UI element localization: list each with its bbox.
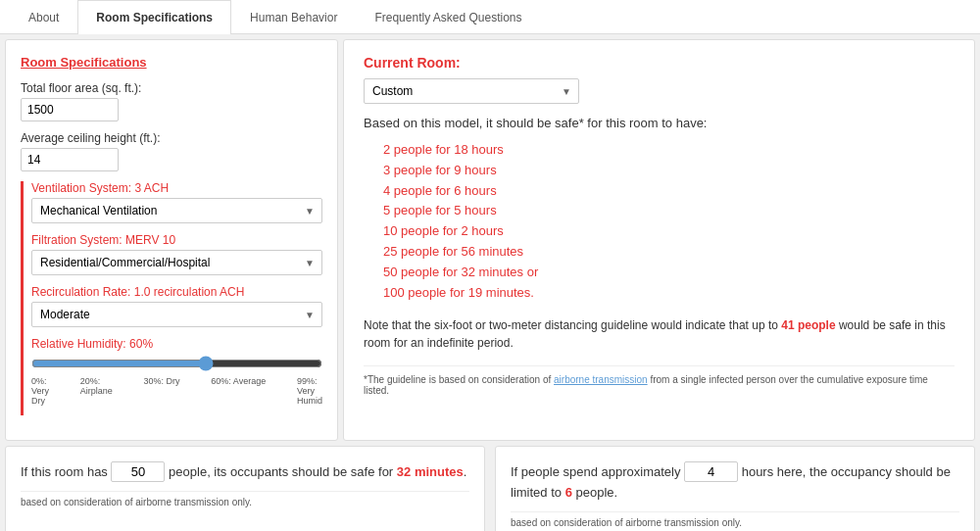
- safe-duration-result: 32 minutes: [397, 464, 464, 479]
- ceiling-height-input[interactable]: [21, 148, 119, 171]
- filtration-select[interactable]: Residential/Commercial/Hospital: [31, 250, 322, 275]
- footnote-link[interactable]: airborne transmission: [554, 374, 648, 385]
- safe-item-1: 3 people for 9 hours: [383, 161, 955, 181]
- floor-area-label: Total floor area (sq. ft.):: [21, 81, 322, 95]
- hours-input[interactable]: [684, 461, 738, 482]
- tab-faq[interactable]: Frequently Asked Questions: [356, 0, 540, 34]
- ventilation-label: Ventilation System: 3 ACH: [31, 181, 322, 195]
- ceiling-height-row: Average ceiling height (ft.):: [21, 131, 322, 171]
- ventilation-select[interactable]: Mechanical Ventilation: [31, 198, 322, 223]
- bottom-right-before: If people spend approximately: [511, 464, 684, 479]
- slider-label-99: 99%:VeryHumid: [297, 376, 322, 406]
- humidity-slider[interactable]: [31, 356, 322, 371]
- bottom-left-end: .: [464, 464, 467, 479]
- bottom-left-middle: people, its occupants should be safe for: [165, 464, 396, 479]
- room-select[interactable]: Custom: [364, 78, 579, 104]
- bottom-area: If this room has people, its occupants s…: [0, 446, 980, 531]
- bottom-right-footnote: based on consideration of airborne trans…: [511, 511, 959, 528]
- floor-area-input[interactable]: [21, 98, 119, 121]
- bottom-right-panel: If people spend approximately hours here…: [495, 446, 975, 531]
- max-occupancy-result: 6: [565, 485, 572, 500]
- ventilation-fields: Ventilation System: 3 ACH Mechanical Ven…: [31, 181, 322, 415]
- safe-item-6: 50 people for 32 minutes or: [383, 263, 955, 283]
- recirculation-label: Recirculation Rate: 1.0 recirculation AC…: [31, 285, 322, 299]
- tab-about[interactable]: About: [10, 0, 77, 34]
- current-room-label: Current Room:: [364, 55, 955, 71]
- slider-label-0: 0%:VeryDry: [31, 376, 49, 406]
- nav-tabs: About Room Specifications Human Behavior…: [0, 0, 980, 34]
- safe-item-0: 2 people for 18 hours: [383, 140, 955, 161]
- bottom-right-text: If people spend approximately hours here…: [511, 461, 959, 504]
- humidity-row: Relative Humidity: 60% 0%:VeryDry 20%:Ai…: [31, 337, 322, 406]
- recirculation-select[interactable]: Moderate: [31, 302, 322, 327]
- panel-title: Room Specifications: [21, 55, 322, 70]
- room-select-wrapper: Custom ▼: [364, 78, 579, 104]
- safe-list: 2 people for 18 hours 3 people for 9 hou…: [364, 140, 955, 303]
- bottom-right-end: people.: [572, 485, 617, 500]
- bottom-left-text: If this room has people, its occupants s…: [21, 461, 469, 483]
- note-text: Note that the six-foot or two-meter dist…: [364, 316, 955, 352]
- slider-label-30: 30%: Dry: [144, 376, 180, 406]
- filtration-row: Filtration System: MERV 10 Residential/C…: [31, 233, 322, 275]
- slider-labels: 0%:VeryDry 20%:Airplane 30%: Dry 60%: Av…: [31, 376, 322, 406]
- bottom-left-footnote: based on consideration of airborne trans…: [21, 491, 469, 507]
- bottom-left-panel: If this room has people, its occupants s…: [5, 446, 485, 531]
- ventilation-section: Ventilation System: 3 ACH Mechanical Ven…: [21, 181, 322, 415]
- filtration-label: Filtration System: MERV 10: [31, 233, 322, 247]
- occupancy-input[interactable]: [111, 461, 165, 482]
- red-bar-ventilation: [21, 181, 24, 415]
- recirculation-row: Recirculation Rate: 1.0 recirculation AC…: [31, 285, 322, 327]
- safe-intro-text: Based on this model, it should be safe* …: [364, 116, 955, 130]
- ceiling-height-label: Average ceiling height (ft.):: [21, 131, 322, 145]
- slider-label-20: 20%:Airplane: [80, 376, 113, 406]
- note-highlight: 41 people: [781, 318, 835, 332]
- safe-item-2: 4 people for 6 hours: [383, 181, 955, 202]
- main-container: About Room Specifications Human Behavior…: [0, 0, 980, 531]
- safe-item-7: 100 people for 19 minutes.: [383, 283, 955, 304]
- slider-label-60: 60%: Average: [211, 376, 266, 406]
- ventilation-select-wrapper: Mechanical Ventilation ▼: [31, 198, 322, 223]
- content-area: Room Specifications Total floor area (sq…: [0, 34, 980, 446]
- footnote-text: *The guideline is based on consideration…: [364, 374, 554, 385]
- note-before: Note that the six-foot or two-meter dist…: [364, 318, 781, 332]
- humidity-slider-container: 0%:VeryDry 20%:Airplane 30%: Dry 60%: Av…: [31, 356, 322, 406]
- tab-human-behavior[interactable]: Human Behavior: [231, 0, 356, 34]
- recirculation-select-wrapper: Moderate ▼: [31, 302, 322, 327]
- footnote: *The guideline is based on consideration…: [364, 365, 955, 396]
- left-panel: Room Specifications Total floor area (sq…: [5, 39, 338, 441]
- safe-item-3: 5 people for 5 hours: [383, 201, 955, 221]
- safe-item-4: 10 people for 2 hours: [383, 221, 955, 242]
- floor-area-row: Total floor area (sq. ft.):: [21, 81, 322, 121]
- ventilation-row: Ventilation System: 3 ACH Mechanical Ven…: [31, 181, 322, 223]
- right-panel: Current Room: Custom ▼ Based on this mod…: [343, 39, 975, 441]
- tab-room-specifications[interactable]: Room Specifications: [77, 0, 231, 34]
- filtration-select-wrapper: Residential/Commercial/Hospital ▼: [31, 250, 322, 275]
- humidity-label: Relative Humidity: 60%: [31, 337, 322, 351]
- safe-item-5: 25 people for 56 minutes: [383, 242, 955, 263]
- bottom-left-before: If this room has: [21, 464, 111, 479]
